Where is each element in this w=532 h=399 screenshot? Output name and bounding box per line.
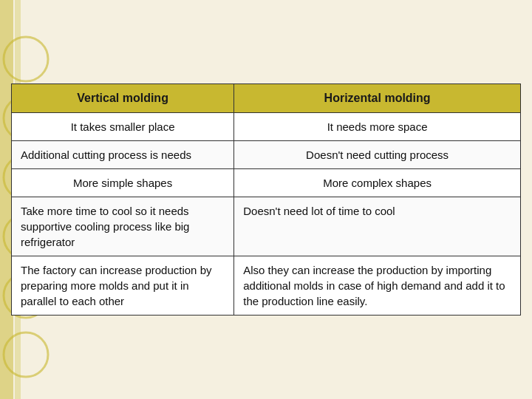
svg-point-2 bbox=[4, 37, 48, 81]
row1-col2: It needs more space bbox=[234, 113, 521, 141]
table-row: The factory can increase production by p… bbox=[12, 256, 521, 316]
col-header-vertical: Vertical molding bbox=[12, 83, 234, 112]
row3-col2: More complex shapes bbox=[234, 169, 521, 197]
header-row: Vertical molding Horizental molding bbox=[12, 83, 521, 112]
table-row: Take more time to cool so it needs suppo… bbox=[12, 197, 521, 256]
svg-point-7 bbox=[4, 332, 48, 377]
row5-col2: Also they can increase the production by… bbox=[234, 256, 521, 316]
row2-col2: Doesn't need cutting process bbox=[234, 141, 521, 169]
comparison-table-wrapper: Vertical molding Horizental molding It t… bbox=[11, 83, 521, 316]
row2-col1: Additional cutting process is needs bbox=[12, 141, 234, 169]
row5-col1: The factory can increase production by p… bbox=[12, 256, 234, 316]
row1-col1: It takes smaller place bbox=[12, 113, 234, 141]
table-row: More simple shapes More complex shapes bbox=[12, 169, 521, 197]
table-row: It takes smaller place It needs more spa… bbox=[12, 113, 521, 141]
row4-col1: Take more time to cool so it needs suppo… bbox=[12, 197, 234, 256]
table-row: Additional cutting process is needs Does… bbox=[12, 141, 521, 169]
col-header-horizental: Horizental molding bbox=[234, 83, 521, 112]
row4-col2: Doesn't need lot of time to cool bbox=[234, 197, 521, 256]
comparison-table: Vertical molding Horizental molding It t… bbox=[11, 83, 521, 316]
row3-col1: More simple shapes bbox=[12, 169, 234, 197]
